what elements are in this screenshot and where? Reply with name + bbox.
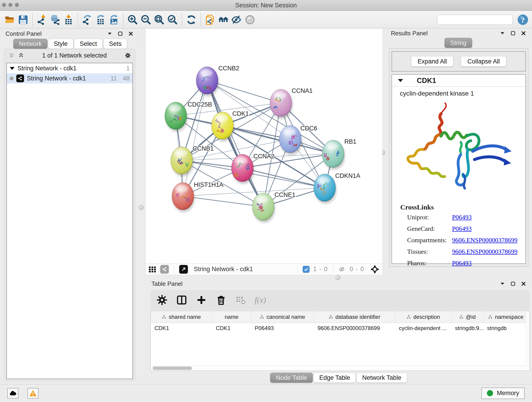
- collapse-all-button[interactable]: Collapse All: [461, 56, 506, 67]
- network-node-RB1[interactable]: RB1: [322, 138, 356, 170]
- table-cell[interactable]: cyclin-dependent ...: [395, 323, 451, 333]
- collection-expander-icon[interactable]: [10, 67, 15, 70]
- network-node-CDK1[interactable]: CDK1: [211, 110, 249, 142]
- memory-button[interactable]: Memory: [481, 388, 525, 399]
- panel-menu-icon[interactable]: [500, 281, 505, 287]
- collapse-all-networks-icon[interactable]: [8, 52, 14, 58]
- panel-float-icon[interactable]: [117, 31, 123, 37]
- panel-close-icon[interactable]: [520, 281, 526, 287]
- node-details-header[interactable]: CDK1: [392, 75, 525, 87]
- column-header-shared-name[interactable]: shared name: [151, 311, 212, 323]
- column-header--id[interactable]: @id: [451, 311, 483, 323]
- column-header-name[interactable]: name: [212, 311, 251, 323]
- fit-selected-crosshair-icon[interactable]: [370, 265, 380, 274]
- network-type-icon[interactable]: [160, 265, 169, 274]
- column-header-namespace[interactable]: namespace: [483, 311, 528, 323]
- export-table-button[interactable]: [94, 13, 107, 27]
- table-cell[interactable]: CDK1: [212, 323, 251, 333]
- network-edge[interactable]: [183, 196, 263, 207]
- show-columns-icon[interactable]: [176, 294, 188, 306]
- toolbar-separator: [123, 13, 123, 26]
- panel-menu-icon[interactable]: [500, 30, 505, 36]
- duplicate-network-button[interactable]: [203, 13, 217, 27]
- table-cell[interactable]: CDK1: [151, 323, 212, 333]
- zoom-selected-button[interactable]: [166, 13, 179, 27]
- network-edge[interactable]: [183, 80, 207, 196]
- node-table: shared namenamecanonical namedatabase id…: [151, 311, 530, 371]
- table-vertical-scrollbar[interactable]: [526, 311, 530, 366]
- tab-network[interactable]: Network: [13, 39, 47, 49]
- string-results-box: Expand All Collapse All CDK1 cyclin-depe…: [389, 48, 528, 267]
- search-input[interactable]: [442, 16, 513, 23]
- network-node-CCNB1[interactable]: CCNB1: [171, 145, 214, 177]
- column-header-description[interactable]: description: [395, 311, 451, 323]
- table-cell[interactable]: stringdb: [483, 323, 528, 333]
- gene-description: cyclin-dependent kinase 1: [392, 87, 525, 97]
- table-horizontal-scrollbar[interactable]: [151, 366, 530, 370]
- panel-close-icon[interactable]: [128, 31, 134, 37]
- crosslink-link[interactable]: 9606.ENSP00000378699: [452, 248, 517, 255]
- table-cell[interactable]: P06493: [251, 323, 314, 333]
- tab-string[interactable]: String: [444, 38, 472, 48]
- details-expander-icon[interactable]: [398, 79, 403, 82]
- column-header-canonical-name[interactable]: canonical name: [251, 311, 314, 323]
- selected-items-checkbox[interactable]: [303, 266, 310, 273]
- network-collection-row[interactable]: String Network - cdk1 1: [7, 63, 133, 73]
- home-button[interactable]: [217, 13, 230, 27]
- network-node-CDC6[interactable]: CDC6: [279, 125, 317, 155]
- network-node-HIST1H1A[interactable]: HIST1H1A: [172, 181, 223, 212]
- warning-status-button[interactable]: [27, 388, 38, 399]
- panel-float-icon[interactable]: [510, 30, 516, 36]
- panel-close-icon[interactable]: [520, 30, 526, 36]
- save-session-button[interactable]: [17, 13, 30, 27]
- network-row[interactable]: String Network - cdk1 11 48: [7, 73, 133, 83]
- expand-all-button[interactable]: Expand All: [411, 56, 454, 67]
- show-graphics-details-button[interactable]: [243, 13, 257, 27]
- help-button[interactable]: ?: [517, 14, 529, 26]
- tab-select[interactable]: Select: [74, 39, 103, 49]
- scrollbar-handle[interactable]: [152, 366, 192, 370]
- crosslink-link[interactable]: P06493: [452, 259, 472, 267]
- network-canvas[interactable]: CCNB2CCNA1CDC25BCDK1CDC6RB1CCNB1CCNA2CDK…: [146, 29, 382, 264]
- network-node-CDC25B[interactable]: CDC25B: [165, 101, 212, 132]
- network-edge[interactable]: [242, 168, 325, 188]
- table-cell[interactable]: 9606.ENSP00000378699: [314, 323, 395, 333]
- tab-edge-table[interactable]: Edge Table: [313, 373, 356, 383]
- delete-column-trash-icon[interactable]: [215, 294, 227, 306]
- tab-network-table[interactable]: Network Table: [356, 373, 407, 383]
- import-network-database-button[interactable]: [49, 13, 62, 27]
- table-cell[interactable]: stringdb:9...: [451, 323, 483, 333]
- panel-float-icon[interactable]: [510, 281, 516, 287]
- cloud-status-button[interactable]: [7, 388, 18, 399]
- panel-menu-icon[interactable]: [107, 31, 113, 37]
- crosslink-link[interactable]: 9606.ENSP00000378699: [452, 236, 517, 244]
- import-table-file-button[interactable]: [62, 13, 75, 27]
- tab-node-table[interactable]: Node Table: [270, 373, 313, 383]
- crosslink-link[interactable]: P06493: [452, 214, 472, 221]
- add-column-icon[interactable]: [196, 294, 207, 306]
- birds-eye-view-icon[interactable]: [148, 265, 157, 274]
- expand-all-networks-icon[interactable]: [18, 52, 24, 58]
- table-options-gear-icon[interactable]: [156, 294, 168, 306]
- zoom-fit-button[interactable]: [152, 13, 166, 27]
- table-header-row: shared namenamecanonical namedatabase id…: [151, 311, 530, 323]
- zoom-out-button[interactable]: [139, 13, 152, 27]
- crosslink-link[interactable]: P06493: [452, 225, 472, 232]
- tab-style[interactable]: Style: [48, 39, 73, 49]
- export-image-button[interactable]: [107, 13, 120, 27]
- import-network-file-button[interactable]: [35, 13, 49, 27]
- network-node-CCNE1[interactable]: CCNE1: [252, 191, 296, 223]
- network-options-gear-icon[interactable]: [125, 52, 131, 58]
- open-in-browser-icon[interactable]: [179, 265, 188, 274]
- hide-unhide-icon-button[interactable]: [230, 13, 243, 27]
- splitter-handle[interactable]: [139, 205, 144, 210]
- refresh-button[interactable]: [185, 13, 198, 27]
- zoom-in-button[interactable]: [126, 13, 139, 27]
- tab-sets[interactable]: Sets: [103, 39, 127, 49]
- network-node-CDKN1A[interactable]: CDKN1A: [314, 172, 360, 204]
- network-node-CCNB2[interactable]: CCNB2: [196, 65, 239, 96]
- open-session-button[interactable]: [3, 13, 17, 27]
- column-header-database-identifier[interactable]: database identifier: [314, 311, 395, 323]
- export-network-button[interactable]: [81, 13, 94, 27]
- network-node-CCNA1[interactable]: CCNA1: [270, 87, 313, 119]
